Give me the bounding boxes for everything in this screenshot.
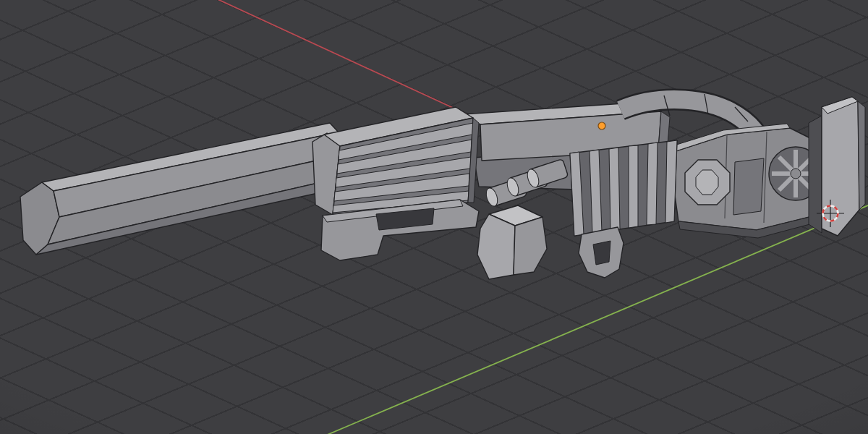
rifle-model[interactable] <box>20 94 865 279</box>
bellows-rib <box>629 145 638 228</box>
bellows-rib <box>609 148 620 231</box>
rear-inner-plate <box>733 158 764 215</box>
bellows-rib <box>665 140 677 223</box>
3d-viewport[interactable] <box>0 0 868 434</box>
gear-plate-hub <box>696 170 718 195</box>
scene-overlay <box>0 0 868 434</box>
grip-hole <box>593 241 610 265</box>
pump-block <box>477 214 515 279</box>
pump-block-side <box>514 217 547 275</box>
stock-butt-plate <box>822 97 859 236</box>
bellows <box>570 140 677 236</box>
origin-dot <box>598 122 605 129</box>
object-origin-indicator[interactable] <box>598 122 605 129</box>
bellows-rib <box>647 142 658 225</box>
stock-edge <box>858 101 865 210</box>
fan-hub <box>791 169 801 179</box>
stock-groove <box>809 116 822 233</box>
